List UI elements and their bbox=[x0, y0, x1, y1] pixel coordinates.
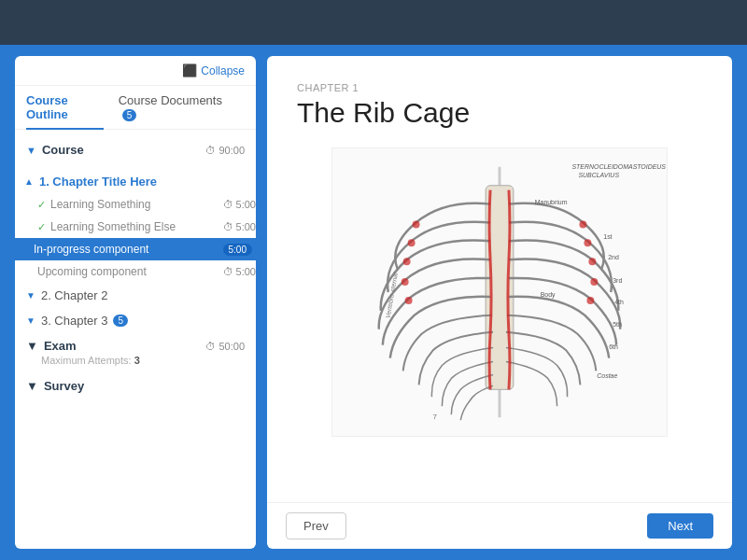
lesson-2[interactable]: ✓ Learning Something Else 5:00 bbox=[15, 216, 256, 238]
course-section-row[interactable]: ▼ Course 90:00 bbox=[26, 137, 245, 162]
svg-point-6 bbox=[405, 297, 413, 304]
chapter-3-arrow: ▼ bbox=[26, 315, 35, 326]
clock-icon-l1 bbox=[223, 199, 233, 210]
main-area: ⬛ Collapse Course Outline Course Documen… bbox=[0, 45, 747, 560]
svg-point-10 bbox=[590, 278, 598, 286]
svg-text:5th: 5th bbox=[613, 321, 622, 328]
course-label: Course bbox=[42, 143, 84, 157]
chapter-3-row[interactable]: ▼ 3. Chapter 3 5 bbox=[15, 308, 256, 333]
svg-point-11 bbox=[586, 297, 594, 304]
check-icon-2: ✓ bbox=[37, 221, 46, 233]
course-time: 90:00 bbox=[205, 145, 245, 156]
survey-row[interactable]: ▼ Survey bbox=[15, 371, 256, 400]
chapter-2-row[interactable]: ▼ 2. Chapter 2 bbox=[15, 283, 256, 308]
svg-point-7 bbox=[579, 220, 586, 228]
svg-text:1st: 1st bbox=[603, 233, 612, 240]
lesson-4-left: Upcoming component bbox=[37, 265, 147, 278]
next-button[interactable]: Next bbox=[647, 513, 713, 539]
tab-course-outline[interactable]: Course Outline bbox=[26, 86, 104, 129]
lesson-2-time: 5:00 bbox=[223, 221, 256, 232]
chapter-1-item[interactable]: ▲ 1. Chapter Title Here bbox=[15, 170, 256, 193]
svg-point-8 bbox=[584, 239, 591, 246]
survey-label: Survey bbox=[44, 379, 84, 393]
lesson-1-time-val: 5:00 bbox=[236, 199, 256, 210]
course-time-value: 90:00 bbox=[218, 145, 245, 156]
outline-section: ▼ Course 90:00 bbox=[15, 130, 256, 170]
tab-documents-label: Course Documents bbox=[119, 93, 222, 107]
chapter-1-label: 1. Chapter Title Here bbox=[39, 175, 157, 189]
lesson-4[interactable]: Upcoming component 5:00 bbox=[15, 260, 256, 283]
chapter-3-label: 3. Chapter 3 bbox=[41, 314, 108, 328]
clock-icon-l4 bbox=[223, 266, 233, 277]
lesson-3-left: In-progress component bbox=[34, 243, 148, 256]
exam-attempts: 3 bbox=[134, 355, 140, 366]
lesson-3-label: In-progress component bbox=[34, 243, 148, 256]
svg-text:SUBCLAVIUS: SUBCLAVIUS bbox=[578, 172, 619, 178]
svg-text:Costae: Costae bbox=[597, 372, 617, 379]
clock-icon-exam bbox=[205, 341, 216, 352]
exam-row[interactable]: ▼ Exam 50:00 Maximum Attempts: 3 bbox=[15, 333, 256, 371]
sidebar-header: ⬛ Collapse bbox=[15, 56, 256, 86]
check-icon-1: ✓ bbox=[37, 199, 46, 211]
active-badge: 5:00 bbox=[223, 244, 252, 256]
chapter-heading: The Rib Cage bbox=[297, 97, 702, 129]
exam-top: ▼ Exam 50:00 bbox=[26, 339, 245, 353]
prev-button[interactable]: Prev bbox=[286, 512, 346, 539]
tabs-bar: Course Outline Course Documents 5 bbox=[15, 86, 256, 130]
lesson-2-label: Learning Something Else bbox=[50, 220, 176, 233]
svg-text:STERNOCLEIDOMASTOIDEUS: STERNOCLEIDOMASTOIDEUS bbox=[571, 163, 666, 170]
exam-sub: Maximum Attempts: 3 bbox=[26, 355, 245, 366]
svg-point-5 bbox=[402, 278, 409, 286]
exam-time: 50:00 bbox=[205, 341, 245, 352]
content-footer: Prev Next bbox=[267, 502, 732, 549]
collapse-button[interactable]: ⬛ Collapse bbox=[182, 63, 245, 77]
lesson-1-left: ✓ Learning Something bbox=[37, 198, 150, 211]
svg-point-9 bbox=[588, 258, 596, 265]
svg-point-3 bbox=[408, 239, 416, 246]
survey-arrow: ▼ bbox=[26, 379, 38, 393]
chapter-label: CHAPTER 1 bbox=[297, 82, 702, 93]
collapse-label: Collapse bbox=[201, 64, 245, 77]
clock-icon bbox=[205, 145, 216, 156]
svg-text:3rd: 3rd bbox=[613, 277, 622, 284]
svg-text:7: 7 bbox=[432, 413, 437, 421]
exam-arrow: ▼ bbox=[26, 339, 38, 353]
clock-icon-l2 bbox=[223, 221, 233, 232]
lesson-4-time-val: 5:00 bbox=[236, 266, 256, 277]
lesson-2-left: ✓ Learning Something Else bbox=[37, 220, 176, 233]
lesson-3-active[interactable]: In-progress component 5:00 bbox=[15, 238, 256, 260]
lesson-4-label: Upcoming component bbox=[37, 265, 147, 278]
lesson-2-time-val: 5:00 bbox=[236, 221, 256, 232]
lesson-4-time: 5:00 bbox=[223, 266, 256, 277]
collapse-icon: ⬛ bbox=[182, 63, 197, 77]
svg-text:Manubrium: Manubrium bbox=[535, 199, 568, 205]
course-title: ▼ Course bbox=[26, 143, 84, 157]
svg-text:6th: 6th bbox=[609, 343, 618, 350]
exam-label: Exam bbox=[44, 339, 77, 353]
course-arrow: ▼ bbox=[26, 145, 36, 156]
tab-course-documents[interactable]: Course Documents 5 bbox=[119, 86, 230, 129]
lesson-1-time: 5:00 bbox=[223, 199, 256, 210]
svg-point-2 bbox=[413, 220, 420, 228]
lesson-1[interactable]: ✓ Learning Something 5:00 bbox=[15, 193, 256, 216]
exam-time-val: 50:00 bbox=[218, 341, 245, 352]
exam-title: ▼ Exam bbox=[26, 339, 77, 353]
rib-cage-image: STERNOCLEIDOMASTOIDEUS SUBCLAVIUS 1st 2n… bbox=[331, 147, 668, 437]
top-bar bbox=[0, 0, 747, 45]
rib-image-container: STERNOCLEIDOMASTOIDEUS SUBCLAVIUS 1st 2n… bbox=[297, 147, 702, 437]
chapter-3-badge: 5 bbox=[113, 315, 128, 327]
lesson-1-label: Learning Something bbox=[50, 198, 150, 211]
svg-point-4 bbox=[403, 258, 411, 265]
chapter-2-label: 2. Chapter 2 bbox=[41, 288, 108, 302]
content-area: CHAPTER 1 The Rib Cage bbox=[267, 56, 732, 549]
tab-outline-label: Course Outline bbox=[26, 93, 68, 121]
svg-text:2nd: 2nd bbox=[608, 254, 619, 260]
svg-text:Body: Body bbox=[541, 291, 556, 299]
chapter-1-arrow: ▲ bbox=[24, 176, 34, 187]
content-scroll: CHAPTER 1 The Rib Cage bbox=[267, 56, 732, 502]
chapter-2-arrow: ▼ bbox=[26, 290, 35, 301]
sidebar: ⬛ Collapse Course Outline Course Documen… bbox=[15, 56, 256, 549]
svg-text:4th: 4th bbox=[614, 299, 624, 305]
documents-badge: 5 bbox=[122, 109, 137, 121]
exam-sub-label: Maximum Attempts: bbox=[41, 355, 132, 366]
